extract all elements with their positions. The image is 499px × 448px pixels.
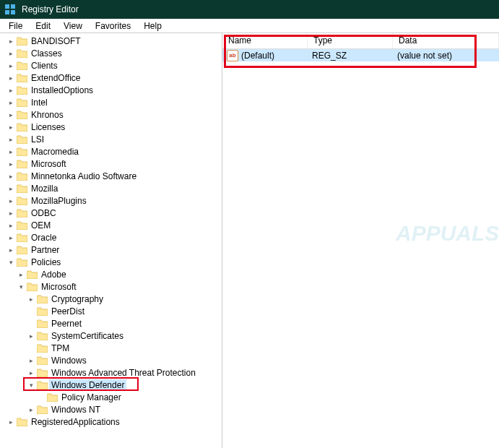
chevron-right-icon[interactable]: ▸: [6, 159, 16, 169]
svg-rect-1: [11, 4, 15, 9]
tree-item-label: Windows Advanced Threat Protection: [50, 368, 197, 378]
folder-icon: [16, 159, 27, 169]
tree-item[interactable]: ▸Cryptography: [26, 293, 220, 305]
chevron-right-icon[interactable]: ▸: [6, 245, 16, 255]
tree-item[interactable]: ▸Partner: [6, 244, 220, 256]
menu-edit[interactable]: Edit: [30, 20, 56, 33]
chevron-right-icon[interactable]: ▸: [6, 85, 16, 95]
tree-item[interactable]: ▸Windows Advanced Threat Protection: [26, 366, 220, 379]
header-name[interactable]: Name: [222, 33, 308, 48]
tree-item[interactable]: ▾Windows Defender: [26, 379, 220, 391]
menu-help[interactable]: Help: [138, 20, 168, 33]
chevron-right-icon[interactable]: ▸: [26, 356, 36, 366]
tree-item[interactable]: ▸BANDISOFT: [6, 35, 220, 47]
chevron-right-icon[interactable]: ▸: [6, 36, 16, 46]
tree-item[interactable]: ▸RegisteredApplications: [6, 415, 220, 428]
tree-item[interactable]: PeerDist: [26, 305, 220, 317]
chevron-right-icon[interactable]: ▸: [26, 368, 36, 378]
tree-pane: ▸BANDISOFT▸Classes▸Clients▸ExtendOffice▸…: [0, 33, 222, 448]
chevron-right-icon[interactable]: ▸: [26, 294, 36, 304]
header-data[interactable]: Data: [393, 33, 499, 48]
tree-item-label: Policies: [30, 257, 62, 267]
chevron-right-icon[interactable]: ▸: [26, 331, 36, 341]
folder-icon: [16, 110, 27, 120]
chevron-right-icon[interactable]: ▸: [16, 270, 26, 280]
chevron-right-icon[interactable]: ▸: [6, 184, 16, 194]
tree-item[interactable]: ▾Policies: [6, 256, 220, 268]
tree-item-label: PeerDist: [50, 306, 86, 316]
tree-item[interactable]: ▸Licenses: [6, 121, 220, 133]
chevron-right-icon[interactable]: ▸: [6, 98, 16, 108]
tree-item-label: Minnetonka Audio Software: [30, 171, 138, 181]
menu-favorites[interactable]: Favorites: [90, 20, 136, 33]
values-header: Name Type Data: [222, 33, 499, 49]
value-type: REG_SZ: [312, 51, 347, 61]
tree-item[interactable]: ▸Windows NT: [26, 403, 220, 415]
chevron-right-icon[interactable]: ▸: [6, 196, 16, 206]
menu-view[interactable]: View: [58, 20, 88, 33]
chevron-down-icon[interactable]: ▾: [16, 282, 26, 292]
chevron-right-icon[interactable]: ▸: [6, 171, 16, 181]
tree-item[interactable]: ▸Minnetonka Audio Software: [6, 170, 220, 182]
folder-icon: [26, 282, 38, 292]
chevron-right-icon[interactable]: ▸: [26, 405, 36, 415]
tree-item[interactable]: ▸Oracle: [6, 231, 220, 244]
tree-item[interactable]: ▸SystemCertificates: [26, 329, 220, 342]
tree-item-label: Mozilla: [30, 184, 59, 194]
window-title: Registry Editor: [22, 4, 79, 14]
chevron-right-icon[interactable]: ▸: [6, 233, 16, 243]
tree-item[interactable]: ▸ODBC: [6, 207, 220, 219]
header-type[interactable]: Type: [308, 33, 393, 48]
tree-item[interactable]: ▸Microsoft: [6, 158, 220, 170]
chevron-right-icon[interactable]: ▸: [6, 122, 16, 132]
menu-file[interactable]: File: [3, 20, 28, 33]
folder-icon: [36, 380, 48, 390]
tree-item[interactable]: ▾Microsoft: [16, 280, 220, 293]
tree-item-label: ODBC: [30, 208, 58, 218]
tree-item[interactable]: ▸Macromedia: [6, 145, 220, 158]
tree-item[interactable]: ▸Mozilla: [6, 182, 220, 194]
chevron-right-icon[interactable]: ▸: [6, 61, 16, 71]
folder-icon: [26, 270, 38, 280]
tree-item[interactable]: ▸Khronos: [6, 108, 220, 121]
tree-item-label: Windows: [50, 356, 88, 366]
chevron-right-icon[interactable]: ▸: [6, 147, 16, 157]
chevron-right-icon[interactable]: ▸: [6, 73, 16, 83]
tree-item[interactable]: ▸OEM: [6, 219, 220, 231]
folder-icon: [16, 257, 27, 267]
tree-item[interactable]: ▸MozillaPlugins: [6, 194, 220, 207]
tree-item[interactable]: TPM: [26, 342, 220, 354]
tree-item[interactable]: ▸LSI: [6, 133, 220, 145]
chevron-right-icon[interactable]: ▸: [6, 208, 16, 218]
tree-item-label: InstalledOptions: [30, 85, 95, 95]
chevron-right-icon[interactable]: ▸: [6, 134, 16, 145]
tree-item[interactable]: Policy Manager: [36, 391, 220, 403]
tree-item[interactable]: ▸Clients: [6, 59, 220, 72]
folder-icon: [16, 417, 27, 427]
tree-item-label: Windows NT: [50, 405, 102, 415]
chevron-right-icon[interactable]: ▸: [6, 220, 16, 231]
tree-scrollbar[interactable]: ▸BANDISOFT▸Classes▸Clients▸ExtendOffice▸…: [0, 33, 222, 448]
chevron-down-icon[interactable]: ▾: [26, 380, 36, 390]
tree-item[interactable]: ▸Adobe: [16, 268, 220, 280]
tree-item-label: Oracle: [30, 233, 58, 243]
tree-item[interactable]: ▸Windows: [26, 354, 220, 366]
chevron-right-icon[interactable]: ▸: [6, 417, 16, 427]
value-row[interactable]: ab (Default) REG_SZ (value not set): [222, 49, 499, 61]
tree-item[interactable]: Peernet: [26, 317, 220, 329]
chevron-right-icon[interactable]: ▸: [6, 110, 16, 120]
tree-item[interactable]: ▸InstalledOptions: [6, 84, 220, 96]
tree-item[interactable]: ▸Intel: [6, 96, 220, 108]
chevron-right-icon[interactable]: ▸: [6, 48, 16, 59]
tree-item[interactable]: ▸ExtendOffice: [6, 72, 220, 84]
tree-item[interactable]: ▸Classes: [6, 47, 220, 59]
tree-item-label: Clients: [30, 61, 59, 71]
tree-item-label: Classes: [30, 48, 64, 59]
folder-icon: [16, 98, 27, 108]
tree-item-label: Intel: [30, 98, 49, 108]
svg-rect-3: [11, 10, 15, 14]
folder-icon: [16, 184, 27, 194]
folder-icon: [36, 405, 48, 415]
value-data: (value not set): [397, 51, 452, 61]
chevron-down-icon[interactable]: ▾: [6, 257, 16, 267]
